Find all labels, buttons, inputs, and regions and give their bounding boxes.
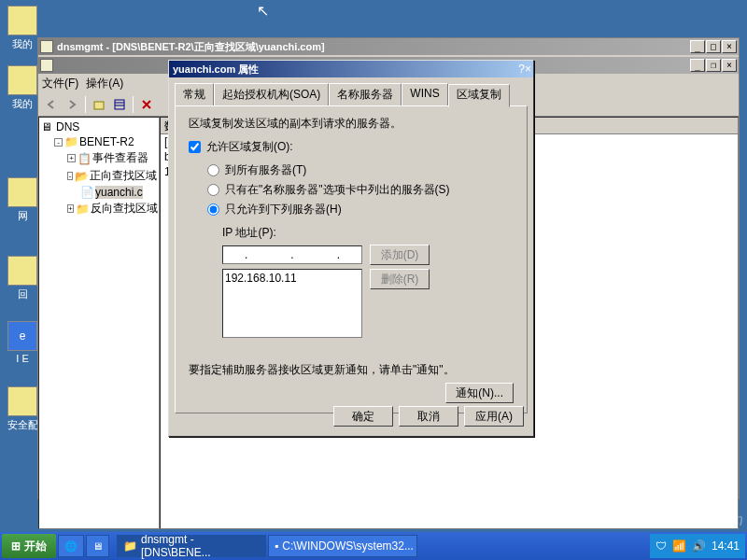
restore-button[interactable]: ❐ [706, 59, 721, 72]
windows-icon: ⊞ [11, 539, 21, 553]
allow-transfer-checkbox[interactable]: 允许区域复制(O): [189, 139, 514, 155]
app-icon [40, 59, 53, 72]
radio-input[interactable] [207, 164, 219, 176]
computer-icon [7, 65, 37, 95]
desktop-icon-label: 网 [4, 209, 41, 223]
svg-rect-0 [94, 102, 104, 109]
desktop-icon-label: 安全配 [4, 418, 41, 432]
quick-launch-desktop[interactable]: 🖥 [86, 535, 109, 557]
svg-rect-1 [115, 100, 124, 109]
desktop-icon[interactable]: 安全配 [4, 386, 41, 432]
tree-label: 事件查看器 [92, 150, 148, 166]
start-label: 开始 [24, 539, 47, 554]
start-button[interactable]: ⊞开始 [2, 534, 56, 558]
radio-listed-servers[interactable]: 只允许到下列服务器(H) [207, 202, 514, 217]
tab-soa[interactable]: 起始授权机构(SOA) [214, 83, 329, 105]
radio-label: 只有在"名称服务器"选项卡中列出的服务器(S) [225, 182, 450, 198]
help-button[interactable]: ? [518, 63, 525, 76]
remove-button[interactable]: 删除(R) [370, 269, 430, 289]
folder-icon: 📁 [76, 203, 89, 216]
list-item[interactable]: 192.168.10.11 [225, 272, 359, 285]
radio-ns-servers[interactable]: 只有在"名称服务器"选项卡中列出的服务器(S) [207, 182, 514, 198]
clock[interactable]: 14:41 [712, 539, 740, 553]
desktop-icon-label: 我的 [4, 37, 41, 51]
dialog-titlebar[interactable]: yuanchi.com 属性 ? × [169, 61, 533, 77]
checkbox-input[interactable] [189, 141, 201, 153]
tab-wins[interactable]: WINS [402, 83, 447, 105]
app-icon [40, 40, 53, 53]
taskbar: ⊞开始 🌐 🖥 📁dnsmgmt - [DNS\BENE... ▪C:\WIND… [0, 532, 747, 560]
expand-icon[interactable]: + [67, 204, 74, 213]
tab-name-servers[interactable]: 名称服务器 [329, 83, 402, 105]
tree-zone[interactable]: 📄yuanchi.c [41, 185, 157, 200]
add-button[interactable]: 添加(D) [370, 245, 430, 265]
checkbox-label: 允许区域复制(O): [206, 139, 293, 155]
minimize-button[interactable]: _ [690, 59, 705, 72]
tab-general[interactable]: 常规 [175, 83, 214, 105]
forward-button[interactable] [63, 95, 81, 114]
tree-event[interactable]: +📋事件查看器 [41, 149, 157, 167]
tree-server[interactable]: -📁BENET-R2 [41, 134, 157, 149]
tray-icon[interactable]: 🛡 [655, 539, 667, 553]
watermark: 51CTO.com [653, 511, 743, 530]
menu-file[interactable]: 文件(F) [42, 76, 78, 91]
close-button[interactable]: × [722, 59, 737, 72]
security-icon [7, 386, 37, 416]
server-icon: 📁 [64, 135, 78, 148]
desktop-icon-label: 回 [4, 287, 41, 301]
task-label: C:\WINDOWS\system32... [282, 539, 414, 553]
cmd-icon: ▪ [275, 539, 278, 553]
tree-label: 正向查找区域 [90, 168, 157, 184]
tray-icon[interactable]: 🔊 [692, 539, 706, 553]
cancel-button[interactable]: 取消 [399, 406, 458, 427]
menu-action[interactable]: 操作(A) [86, 76, 123, 91]
task-button[interactable]: 📁dnsmgmt - [DNS\BENE... [117, 535, 266, 557]
apply-button[interactable]: 应用(A) [464, 406, 524, 427]
back-button[interactable] [42, 95, 61, 114]
desktop-icon[interactable]: 网 [4, 177, 41, 223]
desktop-icon[interactable]: 我的 [4, 65, 41, 111]
network-icon [7, 177, 37, 207]
tree-label: 反向查找区域 [91, 201, 158, 217]
up-button[interactable] [90, 95, 108, 114]
desktop-icon[interactable]: 我的 [4, 6, 41, 51]
radio-all-servers[interactable]: 到所有服务器(T) [207, 162, 514, 178]
ip-address-input[interactable]: ... [222, 245, 362, 264]
zone-icon: 📄 [80, 186, 93, 199]
quick-launch-ie[interactable]: 🌐 [58, 535, 84, 557]
notify-button[interactable]: 通知(N)... [445, 383, 514, 403]
tree-label: DNS [56, 120, 79, 133]
tray-icon[interactable]: 📶 [672, 539, 686, 553]
maximize-button[interactable]: □ [706, 40, 721, 53]
task-label: dnsmgmt - [DNS\BENE... [141, 533, 260, 559]
system-tray[interactable]: 🛡 📶 🔊 14:41 [650, 534, 745, 558]
close-button[interactable]: × [722, 40, 737, 53]
tree-view[interactable]: 🖥DNS -📁BENET-R2 +📋事件查看器 -📂正向查找区域 📄yuanch… [38, 117, 160, 529]
tree-root[interactable]: 🖥DNS [41, 119, 157, 134]
desktop-icon[interactable]: 回 [4, 256, 41, 301]
ok-button[interactable]: 确定 [333, 406, 393, 427]
desktop-icon-label: 我的 [4, 97, 41, 111]
list-button[interactable] [110, 95, 129, 114]
tab-zone-transfer[interactable]: 区域复制 [448, 84, 510, 107]
tree-label: yuanchi.c [95, 186, 143, 199]
radio-label: 到所有服务器(T) [225, 162, 306, 178]
delete-button[interactable] [137, 95, 156, 114]
expand-icon[interactable]: + [67, 154, 76, 162]
radio-input[interactable] [207, 184, 219, 196]
tree-rev[interactable]: +📁反向查找区域 [41, 200, 157, 217]
ip-label: IP 地址(P): [189, 225, 514, 241]
tree-fwd[interactable]: -📂正向查找区域 [41, 167, 157, 185]
close-button[interactable]: × [525, 63, 531, 76]
folder-icon [7, 6, 37, 35]
server-list[interactable]: 192.168.10.11 [222, 269, 362, 338]
minimize-button[interactable]: _ [690, 40, 705, 53]
mmc-titlebar[interactable]: dnsmgmt - [DNS\BENET-R2\正向查找区域\yuanchi.c… [38, 38, 739, 55]
tab-strip: 常规 起始授权机构(SOA) 名称服务器 WINS 区域复制 [175, 83, 528, 105]
ie-icon: e [7, 321, 37, 351]
task-button[interactable]: ▪C:\WINDOWS\system32... [268, 535, 417, 557]
desktop-icon[interactable]: eI E [4, 321, 41, 364]
radio-input[interactable] [207, 203, 219, 216]
collapse-icon[interactable]: - [54, 138, 63, 147]
collapse-icon[interactable]: - [67, 172, 73, 180]
